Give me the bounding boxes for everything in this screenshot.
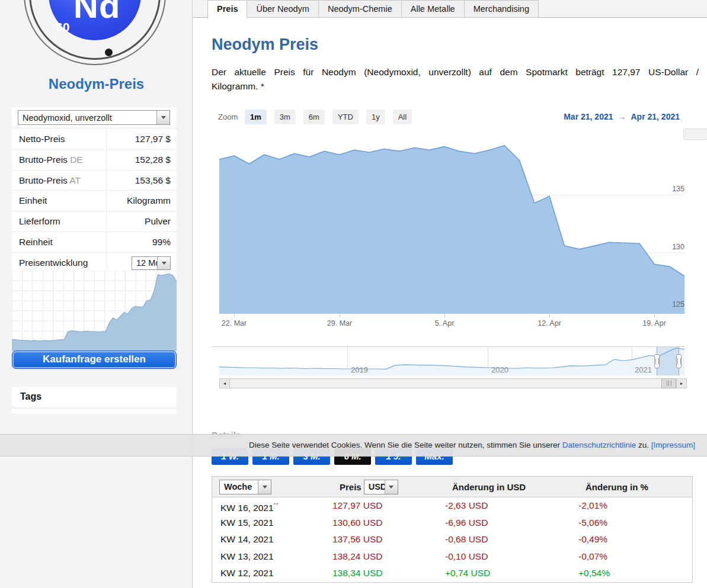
date-to-input[interactable]: Apr 21, 2021 [631, 112, 680, 121]
cell-price: 130,60 USD [332, 515, 445, 532]
intro-line-1: Der aktuelle Preis für Neodym (Neodymoxi… [212, 65, 699, 79]
cookie-text-before: Diese Seite verwendet Cookies. Wenn Sie … [249, 441, 562, 449]
cell-price: 138,24 USD [332, 548, 445, 565]
element-atom-graphic: Nd 60 [0, 0, 193, 70]
tags-title: Tags [12, 387, 177, 407]
navigator-year-label: 2021 [635, 365, 652, 374]
page-title: Neodym Preis [212, 36, 318, 54]
cell-change-pct: -0,07% [578, 548, 692, 565]
zoom-button-1y[interactable]: 1y [366, 110, 385, 124]
header-week: Woche [212, 480, 332, 494]
cookie-text: Diese Seite verwendet Cookies. Wenn Sie … [249, 435, 695, 456]
scroll-left-icon[interactable]: ◄ [219, 378, 230, 388]
zoom-button-1m[interactable]: 1m [245, 110, 267, 124]
chart-scrollbar-thumb[interactable] [661, 378, 676, 388]
zoom-buttons: 1m3m6mYTD1yAll [245, 110, 420, 124]
cell-change-pct: -0,49% [578, 531, 692, 548]
info-value: 152,28 $ [107, 150, 177, 170]
tabs: PreisÜber NeodymNeodym-ChemieAlle Metall… [207, 0, 539, 18]
buy-request-button[interactable]: Kaufanfrage erstellen [12, 351, 177, 369]
header-change-pct: Änderung in % [578, 482, 692, 492]
tab-neodym-chemie[interactable]: Neodym-Chemie [319, 0, 402, 18]
info-label-text: Brutto-Preis [19, 175, 68, 185]
x-axis-label: 29. Mar [319, 319, 360, 327]
info-value: 99% [107, 232, 177, 252]
tab-bar: PreisÜber NeodymNeodym-ChemieAlle Metall… [193, 0, 707, 18]
cell-change-pct: +0,54% [578, 565, 692, 582]
zoom-button-all[interactable]: All [393, 110, 412, 124]
cookie-banner: Diese Seite verwendet Cookies. Wenn Sie … [0, 434, 707, 457]
sidebar: Nd 60 Neodym-Preis Neodymoxid, unverzoll… [0, 0, 193, 588]
zoom-button-ytd[interactable]: YTD [332, 110, 359, 124]
cell-change-usd: -6,96 USD [445, 515, 578, 532]
info-label: Einheit [12, 191, 106, 211]
info-label-text: Reinheit [19, 237, 53, 247]
date-from-input[interactable]: Mar 21, 2021 [564, 112, 613, 121]
info-label-text: Netto-Preis [19, 134, 65, 144]
zoom-button-6m[interactable]: 6m [303, 110, 325, 124]
x-axis-label: 22. Mar [213, 319, 255, 327]
cell-change-usd: -0,68 USD [445, 531, 578, 548]
cell-week: KW 15, 2021 [212, 515, 332, 532]
tab-alle-metalle[interactable]: Alle Metalle [402, 0, 465, 18]
price-area-chart [219, 137, 684, 314]
chevron-down-icon[interactable] [156, 111, 169, 124]
scroll-right-icon[interactable]: ► [676, 378, 687, 388]
intro-paragraph: Der aktuelle Preis für Neodym (Neodymoxi… [212, 65, 699, 94]
handle-grip-icon [677, 358, 681, 364]
info-label: Brutto-Preis DE [12, 150, 106, 170]
navigator-handle-right[interactable] [676, 354, 682, 368]
tab-ber-neodym[interactable]: Über Neodym [247, 0, 318, 18]
currency-select[interactable]: USD [364, 480, 398, 494]
header-change-usd: Änderung in USD [445, 482, 578, 492]
period-select[interactable]: 12 Mo. [132, 256, 171, 270]
zoom-button-3m[interactable]: 3m [274, 110, 296, 124]
navigator-handle-left[interactable] [654, 354, 660, 368]
tab-preis[interactable]: Preis [207, 0, 247, 18]
cell-change-usd: +0,74 USD [445, 565, 578, 582]
chevron-down-icon[interactable] [385, 480, 398, 494]
table-row: KW 14, 2021137,56 USD-0,68 USD-0,49% [212, 531, 692, 548]
week-column-select[interactable]: Woche [219, 480, 271, 494]
product-select[interactable]: Neodymoxid, unverzollt [18, 110, 170, 125]
info-label: Lieferform [12, 211, 106, 232]
table-body: KW 16, 2021**127,97 USD-2,63 USD-2,01%KW… [212, 497, 692, 582]
info-label-text: Preisentwicklung [19, 258, 88, 268]
x-axis-label: 5. Apr [424, 319, 465, 327]
info-label: Netto-Preis [12, 129, 106, 149]
x-axis-tick [444, 314, 445, 317]
chevron-down-icon[interactable] [157, 257, 170, 269]
info-label-text: Brutto-Preis [19, 155, 68, 165]
info-label: Brutto-Preis AT [12, 171, 106, 191]
tags-panel: Tags [12, 387, 177, 407]
info-label-region: AT [69, 175, 81, 185]
info-value: Pulver [107, 211, 177, 232]
cell-week: KW 13, 2021 [212, 548, 332, 565]
date-arrow: → [613, 112, 631, 121]
clipped-edge-element [683, 128, 707, 140]
info-row-reinheit: Reinheit99% [12, 232, 177, 253]
sidebar-title: Neodym-Preis [0, 76, 193, 92]
electron-dot-icon [105, 49, 113, 56]
info-label-region: DE [70, 155, 83, 165]
imprint-link[interactable]: [Impressum] [651, 441, 695, 449]
date-range: Mar 21, 2021→Apr 21, 2021 [564, 112, 680, 121]
cell-price: 137,56 USD [332, 531, 445, 548]
price-column-label: Preis [340, 482, 362, 492]
cell-week: KW 12, 2021 [212, 565, 332, 582]
info-value: 127,97 $ [107, 129, 177, 149]
info-row-brutto-preis: Brutto-Preis DE152,28 $ [12, 150, 177, 171]
chart-scrollbar-track[interactable] [219, 378, 687, 388]
info-row-einheit: EinheitKilogramm [12, 191, 177, 211]
info-value: 153,56 $ [107, 171, 177, 191]
table-row: KW 15, 2021130,60 USD-6,96 USD-5,06% [212, 515, 692, 532]
tab-merchandising[interactable]: Merchandising [465, 0, 539, 18]
x-axis-tick [549, 314, 550, 317]
element-symbol: Nd [73, 0, 120, 25]
chevron-down-icon[interactable] [258, 480, 271, 494]
navigator-chart[interactable] [219, 347, 684, 375]
privacy-policy-link[interactable]: Datenschutzrichtlinie [562, 441, 636, 449]
y-axis-label: 125 [649, 300, 684, 309]
element-number: 60 [56, 20, 69, 34]
x-axis-label: 12. Apr [529, 319, 570, 327]
